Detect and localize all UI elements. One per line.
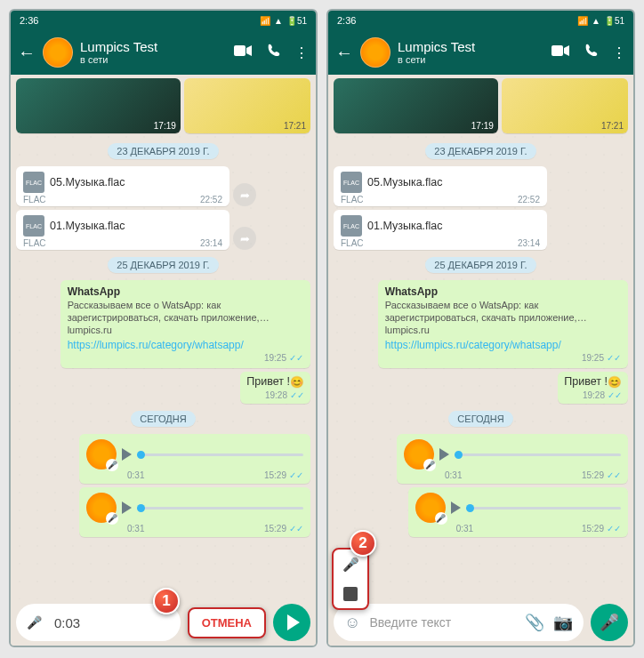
- chat-area[interactable]: 17:19 17:21 23 ДЕКАБРЯ 2019 Г. FLAC05.Му…: [11, 75, 316, 599]
- file-icon: FLAC: [23, 172, 44, 193]
- video-call-icon[interactable]: [551, 44, 569, 60]
- date-chip: 23 ДЕКАБРЯ 2019 Г.: [108, 143, 218, 159]
- play-icon[interactable]: [451, 502, 461, 514]
- file-icon: FLAC: [23, 215, 44, 237]
- status-bar: 2:36 📶 ▲ 🔋51: [11, 11, 316, 30]
- status-icons: 📶 ▲ 🔋51: [260, 16, 307, 26]
- voice-call-icon[interactable]: [584, 44, 598, 61]
- wifi-icon: ▲: [592, 16, 600, 26]
- media-thumb[interactable]: 17:21: [502, 78, 628, 133]
- recording-lock-panel[interactable]: 🎤: [332, 548, 369, 610]
- phone-left: 2:36 📶 ▲ 🔋51 ← Lumpics Test в сети ⋮ 17:…: [9, 9, 318, 647]
- mic-recording-icon: 🎤: [342, 557, 359, 573]
- file-message[interactable]: FLAC01.Музыка.flac FLAC23:14: [334, 210, 547, 250]
- link-message[interactable]: WhatsApp Рассказываем все о WatsApp: как…: [60, 280, 310, 368]
- signal-icon: 📶: [260, 16, 270, 26]
- voice-slider[interactable]: [137, 507, 303, 510]
- media-thumb[interactable]: 17:19: [16, 78, 181, 133]
- play-icon[interactable]: [439, 448, 449, 461]
- recording-timer: 0:03: [54, 615, 80, 630]
- date-chip: СЕГОДНЯ: [131, 411, 195, 427]
- media-thumb[interactable]: 17:19: [334, 78, 498, 133]
- battery-icon: 🔋51: [286, 16, 307, 26]
- send-icon: [287, 614, 300, 630]
- media-row: 17:19 17:21: [16, 78, 310, 133]
- message-input[interactable]: ☺ Введите текст 📎 📷: [334, 604, 584, 641]
- input-bar: ☺ Введите текст 📎 📷 🎤: [328, 599, 633, 646]
- chat-header: ← Lumpics Test в сети ⋮: [11, 30, 316, 75]
- wifi-icon: ▲: [274, 16, 283, 26]
- media-thumb[interactable]: 17:21: [184, 78, 310, 133]
- avatar: 🎤: [415, 493, 446, 523]
- svg-rect-1: [551, 45, 563, 56]
- mic-icon: 🎤: [106, 512, 118, 525]
- mic-icon: 🎤: [423, 459, 436, 471]
- date-chip: СЕГОДНЯ: [448, 411, 512, 427]
- mic-button[interactable]: 🎤: [591, 604, 628, 641]
- chat-header: ← Lumpics Test в сети ⋮: [328, 30, 633, 75]
- phone-right: 2:36 📶 ▲ 🔋51 ← Lumpics Test в сети ⋮ 17:…: [326, 9, 635, 647]
- avatar[interactable]: [43, 37, 73, 68]
- file-icon: FLAC: [341, 215, 362, 237]
- voice-message[interactable]: 🎤 0:3115:29✓✓: [397, 434, 628, 484]
- date-chip: 25 ДЕКАБРЯ 2019 Г.: [108, 257, 218, 273]
- text-message[interactable]: Привет !😊 19:28✓✓: [558, 372, 628, 404]
- mic-recording-icon: 🎤: [27, 615, 42, 630]
- play-icon[interactable]: [122, 502, 132, 514]
- back-icon[interactable]: ←: [335, 43, 353, 63]
- clock: 2:36: [337, 15, 356, 26]
- header-title[interactable]: Lumpics Test в сети: [398, 40, 544, 66]
- avatar: 🎤: [404, 439, 434, 469]
- media-row: 17:19 17:21: [334, 78, 628, 133]
- smile-emoji: 😊: [608, 376, 622, 389]
- svg-rect-0: [234, 45, 246, 56]
- avatar[interactable]: [360, 37, 390, 68]
- voice-slider[interactable]: [137, 453, 303, 456]
- avatar: 🎤: [86, 493, 117, 523]
- video-call-icon[interactable]: [234, 44, 252, 60]
- file-icon: FLAC: [341, 172, 362, 193]
- file-message[interactable]: FLAC05.Музыка.flac FLAC22:52: [16, 166, 229, 206]
- voice-message[interactable]: 🎤 0:3115:29✓✓: [408, 487, 628, 537]
- battery-icon: 🔋51: [604, 16, 624, 26]
- text-message[interactable]: Привет !😊 19:28✓✓: [240, 372, 310, 404]
- status-bar: 2:36 📶 ▲ 🔋51: [328, 11, 633, 30]
- stop-icon[interactable]: [343, 587, 358, 601]
- cancel-button[interactable]: ОТМЕНА: [188, 607, 266, 638]
- link-message[interactable]: WhatsApp Рассказываем все о WatsApp: как…: [378, 280, 628, 368]
- forward-icon[interactable]: ➦: [233, 227, 256, 250]
- emoji-icon[interactable]: ☺: [344, 614, 360, 632]
- voice-call-icon[interactable]: [266, 44, 280, 61]
- back-icon[interactable]: ←: [18, 43, 36, 63]
- callout-2: 2: [350, 530, 376, 557]
- play-icon[interactable]: [122, 448, 132, 461]
- menu-icon[interactable]: ⋮: [294, 44, 309, 61]
- date-chip: 23 ДЕКАБРЯ 2019 Г.: [425, 143, 535, 159]
- signal-icon: 📶: [577, 16, 588, 26]
- send-button[interactable]: [273, 604, 310, 641]
- mic-icon: 🎤: [435, 512, 447, 525]
- file-message[interactable]: FLAC01.Музыка.flac FLAC23:14: [16, 210, 229, 250]
- date-chip: 25 ДЕКАБРЯ 2019 Г.: [425, 257, 535, 273]
- placeholder-text: Введите текст: [369, 615, 516, 630]
- voice-message[interactable]: 🎤 0:3115:29✓✓: [79, 487, 310, 537]
- voice-message[interactable]: 🎤 0:3115:29✓✓: [79, 434, 310, 484]
- status-icons: 📶 ▲ 🔋51: [577, 16, 624, 26]
- clock: 2:36: [20, 15, 38, 26]
- camera-icon[interactable]: 📷: [553, 613, 573, 632]
- attach-icon[interactable]: 📎: [525, 613, 544, 632]
- avatar: 🎤: [86, 439, 117, 469]
- chat-area[interactable]: 17:19 17:21 23 ДЕКАБРЯ 2019 Г. FLAC05.Му…: [328, 75, 633, 599]
- smile-emoji: 😊: [290, 376, 304, 389]
- forward-icon[interactable]: ➦: [233, 183, 256, 206]
- mic-icon: 🎤: [106, 459, 118, 471]
- header-title[interactable]: Lumpics Test в сети: [80, 40, 227, 66]
- voice-slider[interactable]: [466, 507, 621, 510]
- file-message[interactable]: FLAC05.Музыка.flac FLAC22:52: [334, 166, 547, 206]
- voice-slider[interactable]: [455, 453, 621, 456]
- callout-1: 1: [153, 588, 180, 614]
- menu-icon[interactable]: ⋮: [612, 44, 626, 61]
